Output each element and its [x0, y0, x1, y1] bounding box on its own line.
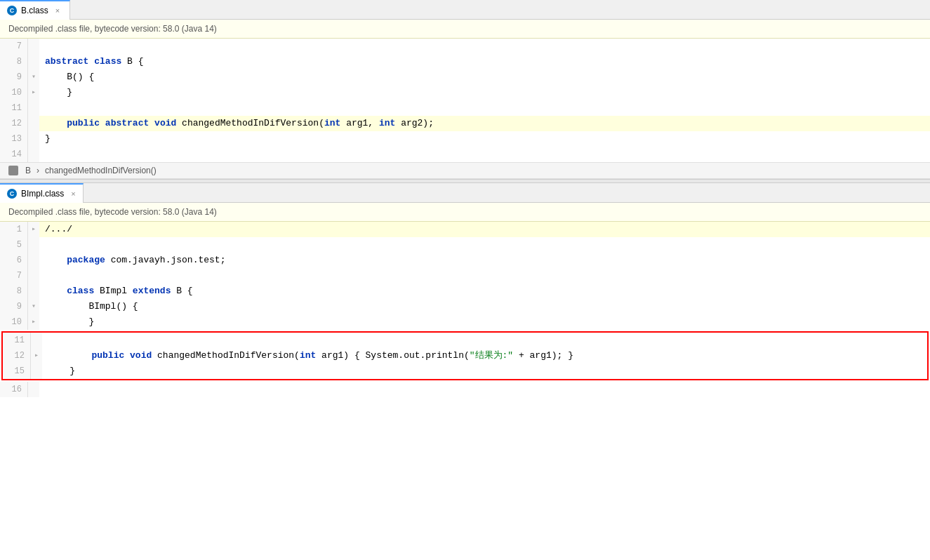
- fold-gutter: [28, 100, 39, 116]
- line-number: 8: [0, 54, 28, 69]
- fold-gutter: [28, 284, 39, 299]
- fold-gutter: [31, 364, 42, 379]
- code-content: }: [39, 314, 930, 330]
- code-content: }: [39, 85, 930, 100]
- fold-gutter: [28, 382, 39, 397]
- line-number: 8: [0, 284, 28, 299]
- line-number: 9: [0, 299, 28, 314]
- fold-gutter[interactable]: ▸: [28, 222, 39, 237]
- line-number: 10: [0, 314, 28, 330]
- line-number: 7: [0, 268, 28, 284]
- red-highlight-region: 11 12 ▸ public void changedMethodInDifVe…: [1, 331, 929, 380]
- file2-section: C BImpl.class × Decompiled .class file, …: [0, 183, 930, 397]
- tab-bimplclass[interactable]: C BImpl.class ×: [0, 183, 84, 203]
- code-line: 10 ▸ }: [0, 85, 930, 100]
- code-content: [39, 237, 930, 253]
- fold-gutter: [28, 54, 39, 69]
- code-line: 7: [0, 39, 930, 54]
- code-line: 9 ▾ BImpl() {: [0, 299, 930, 314]
- line-number: 6: [0, 253, 28, 268]
- code-line: 12 public abstract void changedMethodInD…: [0, 116, 930, 131]
- code-line: 6 package com.javayh.json.test;: [0, 253, 930, 268]
- tab-label-bimplclass: BImpl.class: [21, 189, 64, 199]
- line-number: 13: [0, 131, 28, 147]
- fold-gutter[interactable]: ▸: [28, 85, 39, 100]
- fold-gutter: [28, 268, 39, 284]
- breadcrumb-class[interactable]: B: [25, 166, 31, 175]
- code-line: 8 abstract class B {: [0, 54, 930, 69]
- code-line: 14: [0, 147, 930, 162]
- fold-gutter: [28, 253, 39, 268]
- line-number: 1: [0, 222, 28, 237]
- code-line: 8 class BImpl extends B {: [0, 284, 930, 299]
- line-number: 12: [0, 116, 28, 131]
- code-line: 5: [0, 237, 930, 253]
- tab-bar-file1: C B.class ×: [0, 0, 930, 20]
- code-content: /.../: [39, 222, 930, 237]
- code-line: 10 ▸ }: [0, 314, 930, 330]
- fold-gutter[interactable]: ▾: [28, 69, 39, 85]
- code-line: 11: [3, 333, 927, 348]
- code-content: package com.javayh.json.test;: [39, 253, 930, 268]
- code-content: B() {: [39, 69, 930, 85]
- code-line: 15 }: [3, 364, 927, 379]
- code-area-file2: 1 ▸ /.../ 5 6 package com.javayh.json.te…: [0, 222, 930, 397]
- line-number: 15: [3, 364, 31, 379]
- file1-section: C B.class × Decompiled .class file, byte…: [0, 0, 930, 179]
- line-number: 11: [3, 333, 31, 348]
- fold-gutter: [28, 237, 39, 253]
- code-content: [39, 39, 930, 54]
- tab-close-bimplclass[interactable]: ×: [71, 189, 75, 198]
- fold-gutter: [31, 333, 42, 348]
- code-content: [39, 100, 930, 116]
- fold-gutter[interactable]: ▸: [28, 314, 39, 330]
- fold-gutter: [28, 131, 39, 147]
- code-line: 12 ▸ public void changedMethodInDifVersi…: [3, 348, 927, 364]
- code-line: 11: [0, 100, 930, 116]
- code-content: [39, 268, 930, 284]
- tab-bar-file2: C BImpl.class ×: [0, 183, 930, 203]
- tab-bclass[interactable]: C B.class ×: [0, 0, 70, 20]
- code-content: [39, 382, 930, 397]
- fold-gutter[interactable]: ▾: [28, 299, 39, 314]
- fold-gutter: [28, 147, 39, 162]
- code-content: [39, 147, 930, 162]
- fold-gutter[interactable]: ▸: [31, 348, 42, 364]
- line-number: 11: [0, 100, 28, 116]
- line-number: 7: [0, 39, 28, 54]
- info-bar-file1: Decompiled .class file, bytecode version…: [0, 20, 930, 39]
- tab-close-bclass[interactable]: ×: [55, 6, 60, 15]
- code-content: public void changedMethodInDifVersion(in…: [42, 348, 927, 364]
- line-number: 14: [0, 147, 28, 162]
- code-content: abstract class B {: [39, 54, 930, 69]
- tab-icon-bimplclass: C: [7, 189, 17, 199]
- info-bar-file2: Decompiled .class file, bytecode version…: [0, 203, 930, 222]
- line-number: 10: [0, 85, 28, 100]
- line-number: 9: [0, 69, 28, 85]
- code-line: 16: [0, 382, 930, 397]
- fold-gutter: [28, 39, 39, 54]
- breadcrumb-icon: [8, 166, 18, 175]
- fold-gutter: [28, 116, 39, 131]
- tab-icon-bclass: C: [7, 6, 17, 15]
- breadcrumb-method[interactable]: changedMethodInDifVersion(): [45, 166, 157, 175]
- code-content: BImpl() {: [39, 299, 930, 314]
- breadcrumb-bar-file1: B › changedMethodInDifVersion(): [0, 162, 930, 179]
- code-content: }: [42, 364, 927, 379]
- code-content: public abstract void changedMethodInDifV…: [39, 116, 930, 131]
- code-line: 9 ▾ B() {: [0, 69, 930, 85]
- code-content: }: [39, 131, 930, 147]
- line-number: 16: [0, 382, 28, 397]
- code-line: 13 }: [0, 131, 930, 147]
- code-line: 1 ▸ /.../: [0, 222, 930, 237]
- tab-label-bclass: B.class: [21, 6, 48, 15]
- code-content: class BImpl extends B {: [39, 284, 930, 299]
- code-area-file1: 7 8 abstract class B { 9 ▾ B() { 10 ▸ } …: [0, 39, 930, 162]
- code-content: [42, 333, 927, 348]
- line-number: 12: [3, 348, 31, 364]
- code-line: 7: [0, 268, 930, 284]
- line-number: 5: [0, 237, 28, 253]
